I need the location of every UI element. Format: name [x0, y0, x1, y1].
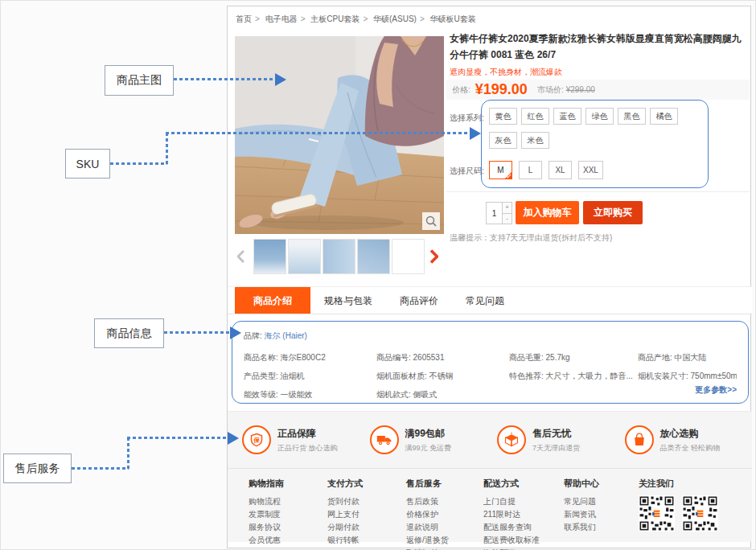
product-thumbnail[interactable] [392, 239, 425, 274]
breadcrumb-separator: > [255, 14, 260, 23]
product-page-panel: 首页> 电子电器> 主板CPU套装> 华硕(ASUS)> 华硕板U套装> [227, 6, 751, 548]
footer-link[interactable]: 配送服务查询 [483, 521, 540, 534]
thumbnail-list [253, 239, 425, 274]
footer-column-shopping-guide: 购物指南 购物流程发票制度服务协议会员优惠 [249, 478, 284, 547]
brand-label: 品牌: [244, 331, 262, 340]
quantity-decrease-button[interactable]: - [503, 214, 512, 224]
screenshot-canvas: 首页> 电子电器> 主板CPU套装> 华硕(ASUS)> 华硕板U套装> [0, 0, 756, 550]
size-select-label: 选择尺码: [450, 166, 484, 177]
page-footer: 购物指南 购物流程发票制度服务协议会员优惠 支付方式 货到付款网上支付分期付款银… [228, 468, 752, 542]
chevron-left-icon[interactable] [235, 238, 246, 275]
footer-link[interactable]: 服务协议 [249, 521, 284, 534]
footer-link[interactable]: 购物流程 [249, 495, 284, 508]
series-option[interactable]: 蓝色 [553, 108, 581, 125]
more-params-link[interactable]: 更多参数>> [695, 384, 737, 396]
footer-link[interactable]: 售后政策 [406, 495, 449, 508]
detail-tab[interactable]: 商品介绍 [235, 287, 310, 314]
annotation-label-sku: SKU [65, 149, 110, 179]
detail-tab[interactable]: 规格与包装 [310, 287, 386, 314]
svg-text:保: 保 [253, 437, 260, 444]
series-option[interactable]: 黑色 [618, 108, 646, 125]
spec-field: 商品毛重: 25.7kg [509, 352, 638, 363]
footer-link[interactable]: 网上支付 [327, 508, 363, 521]
return-policy-notice: 温馨提示：支持7天无理由退货(拆封后不支持) [450, 232, 612, 244]
product-photo-illustration [235, 36, 444, 234]
series-option[interactable]: 米色 [521, 132, 549, 149]
breadcrumb-item[interactable]: 首页 [236, 14, 252, 23]
product-thumbnail[interactable] [323, 239, 355, 274]
service-badge: 售后无忧7天无理由退货 [497, 425, 625, 454]
series-select-label: 选择系列: [450, 113, 484, 124]
footer-link[interactable]: 银行转帐 [327, 534, 363, 547]
series-option[interactable]: 灰色 [489, 132, 517, 149]
series-option[interactable]: 橘色 [650, 108, 678, 125]
quantity-input[interactable] [487, 203, 502, 224]
annotation-connector [164, 331, 230, 334]
annotation-connector [127, 437, 228, 439]
series-option[interactable]: 绿色 [585, 108, 614, 125]
spec-grid: 商品名称: 海尔E800C2 商品编号: 2605531 商品毛重: 25.7k… [244, 352, 737, 400]
market-price-value: ¥299.00 [566, 85, 595, 94]
breadcrumb-item[interactable]: 主板CPU套装 [310, 14, 360, 23]
breadcrumb-separator: > [301, 14, 306, 23]
zoom-magnifier-icon[interactable] [422, 212, 440, 230]
footer-link[interactable]: 海外配送 [483, 547, 540, 550]
annotation-connector [110, 162, 167, 165]
footer-column-payment: 支付方式 货到付款网上支付分期付款银行转帐 [327, 478, 363, 547]
footer-link[interactable]: 联系我们 [564, 521, 599, 534]
breadcrumb-item[interactable]: 华硕(ASUS) [373, 14, 417, 23]
spec-field: 能效等级: 一级能效 [244, 389, 376, 400]
brand-link[interactable]: 海尔 (Haier) [265, 331, 307, 340]
detail-tabs: 商品介绍规格与包装商品评价常见问题 [228, 286, 752, 314]
footer-link[interactable]: 退款说明 [406, 521, 449, 534]
footer-link[interactable]: 配送费收取标准 [483, 534, 540, 547]
series-option[interactable]: 黄色 [489, 108, 517, 125]
service-badges-strip: 保 正品保障正品行货 放心选购 满99包邮满99元 免运费 售后无忧7天无理由退… [228, 411, 752, 468]
footer-link[interactable]: 返修/退换货 [406, 534, 449, 547]
qr-code [639, 495, 675, 532]
footer-link[interactable]: 价格保护 [406, 508, 449, 521]
price-label: 价格: [452, 84, 470, 96]
footer-column-help: 帮助中心 常见问题新闻资讯联系我们 [564, 478, 599, 534]
footer-link[interactable]: 发票制度 [249, 508, 284, 521]
add-to-cart-button[interactable]: 加入购物车 [516, 201, 579, 224]
size-option[interactable]: L [519, 161, 542, 179]
price-value: ¥199.00 [475, 81, 528, 98]
footer-link[interactable]: 取消订单 [406, 547, 449, 550]
product-thumbnail[interactable] [288, 239, 321, 274]
series-option[interactable]: 红色 [521, 108, 549, 125]
price-row: 价格: ¥199.00 市场价: ¥299.00 [446, 80, 750, 100]
size-option[interactable]: M [489, 161, 512, 179]
product-main-image[interactable] [235, 36, 444, 234]
truck-icon [370, 425, 399, 454]
annotation-connector [72, 467, 129, 470]
spec-field: 烟机面板材质: 不锈钢 [376, 371, 509, 382]
chevron-right-icon[interactable] [428, 238, 439, 275]
quantity-increase-button[interactable]: + [503, 203, 512, 214]
spec-field: 特色推荐: 大尺寸，大吸力，静音... [509, 371, 638, 382]
footer-link[interactable]: 211限时达 [483, 508, 540, 521]
product-info-box: 品牌: 海尔 (Haier) 商品名称: 海尔E800C2 商品编号: 2605… [232, 321, 749, 404]
service-badge: 放心选购品类齐全 轻松购物 [625, 425, 753, 454]
footer-link[interactable]: 分期付款 [327, 521, 363, 534]
product-thumbnail[interactable] [253, 239, 286, 274]
series-options: 黄色红色蓝色绿色黑色橘色灰色米色 [489, 108, 688, 149]
buy-now-button[interactable]: 立即购买 [583, 201, 643, 224]
annotation-connector [127, 437, 129, 470]
detail-tab[interactable]: 常见问题 [452, 287, 518, 314]
breadcrumb-item[interactable]: 华硕板U套装 [430, 14, 476, 23]
divider [446, 191, 750, 192]
footer-link[interactable]: 会员优惠 [249, 534, 284, 547]
breadcrumb-item[interactable]: 电子电器 [265, 14, 298, 23]
product-thumbnail[interactable] [357, 239, 390, 274]
footer-link[interactable]: 新闻资讯 [564, 508, 599, 521]
footer-link[interactable]: 上门自提 [483, 495, 540, 508]
size-option[interactable]: XXL [578, 161, 603, 179]
size-option[interactable]: XL [549, 161, 572, 179]
footer-link[interactable]: 常见问题 [564, 495, 599, 508]
spec-field: 烟机安装尺寸: 750mm±50mm (烟... [638, 371, 737, 382]
shopping-bag-icon [625, 425, 654, 454]
detail-tab[interactable]: 商品评价 [386, 287, 452, 314]
footer-link[interactable]: 货到付款 [327, 495, 363, 508]
qr-code [682, 495, 718, 532]
